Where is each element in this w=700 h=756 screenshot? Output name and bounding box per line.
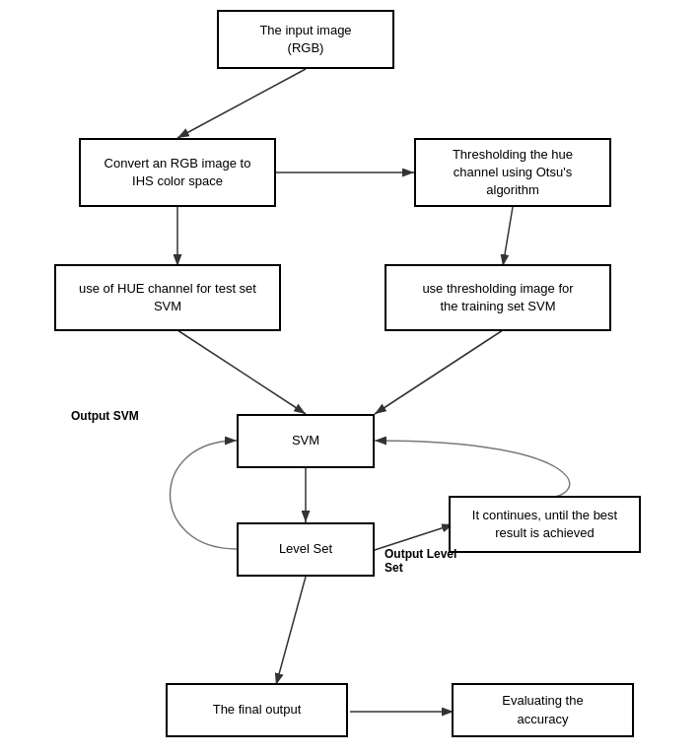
output-level-set-label: Output LevelSet [385, 547, 456, 575]
output-svm-label: Output SVM [71, 409, 139, 423]
arrows-svg [0, 0, 700, 756]
flowchart-diagram: The input image(RGB) Convert an RGB imag… [0, 0, 700, 756]
convert-box: Convert an RGB image toIHS color space [79, 138, 276, 207]
svg-line-1 [177, 69, 306, 138]
threshold-box: Thresholding the huechannel using Otsu's… [414, 138, 611, 207]
hue-box: use of HUE channel for test setSVM [54, 264, 281, 331]
svg-line-8 [276, 577, 306, 685]
accuracy-box: Evaluating theaccuracy [452, 683, 634, 737]
levelset-box: Level Set [237, 522, 375, 577]
final-output-box: The final output [166, 683, 348, 737]
input-box: The input image(RGB) [217, 10, 394, 69]
svm-box: SVM [237, 414, 375, 468]
continues-box: It continues, until the bestresult is ac… [449, 496, 641, 553]
svg-line-6 [375, 330, 503, 414]
svg-line-4 [503, 207, 513, 266]
svg-line-5 [177, 330, 306, 414]
thresh-img-box: use thresholding image forthe training s… [385, 264, 611, 331]
